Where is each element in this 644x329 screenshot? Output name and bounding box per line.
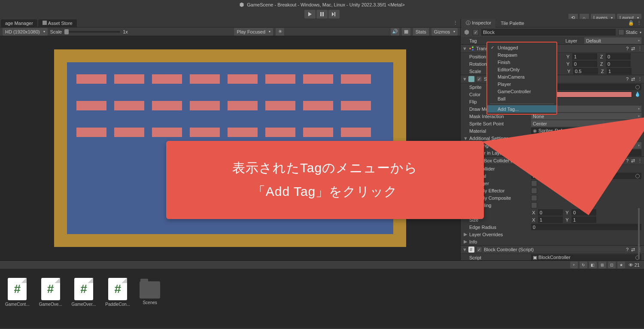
tag-option-maincamera[interactable]: MainCamera <box>487 73 556 80</box>
scale-slider[interactable] <box>64 31 120 33</box>
toolbar-icon[interactable]: ⊞ <box>598 262 606 268</box>
active-checkbox[interactable] <box>473 29 479 35</box>
edge-radius-field[interactable] <box>531 224 641 230</box>
used-by-effector-checkbox[interactable] <box>531 188 537 194</box>
eyedropper-icon[interactable]: 💧 <box>634 91 641 97</box>
size-y-field[interactable] <box>571 216 596 223</box>
gizmos-dropdown[interactable]: Gizmos <box>431 28 458 36</box>
size-x-field[interactable] <box>538 216 563 223</box>
used-by-composite-checkbox[interactable] <box>531 195 537 201</box>
tab-asset-store[interactable]: Asset Store <box>38 19 77 27</box>
transform-icon <box>468 46 474 52</box>
component-enable-checkbox[interactable] <box>476 76 482 82</box>
static-checkbox[interactable] <box>618 29 624 35</box>
scale-z-field[interactable] <box>607 68 632 74</box>
svg-point-1 <box>469 48 471 49</box>
play-button[interactable] <box>304 10 316 18</box>
asset-folder[interactable]: Scenes <box>140 278 160 305</box>
toolbar-icon[interactable]: + <box>570 262 578 268</box>
tag-option-player[interactable]: Player <box>487 80 556 88</box>
gameobject-icon[interactable] <box>463 29 470 36</box>
lock-icon[interactable]: 🔒 <box>628 20 634 26</box>
window-titlebar: GameScene - Breakout - Windows, Mac, Lin… <box>0 0 644 9</box>
offset-x-field[interactable] <box>538 209 563 216</box>
rot-y-field[interactable] <box>572 61 597 67</box>
tag-option-editoronly[interactable]: EditorOnly <box>487 66 556 73</box>
help-icon[interactable]: ? <box>626 46 629 52</box>
step-button[interactable] <box>328 10 340 18</box>
tag-dropdown-menu: Untagged Respawn Finish EditorOnly MainC… <box>486 42 557 115</box>
menu-icon[interactable]: ⋮ <box>638 46 642 52</box>
scale-y-field[interactable] <box>573 68 598 74</box>
tag-option-respawn[interactable]: Respawn <box>487 51 556 58</box>
component-enable-checkbox[interactable] <box>476 247 482 253</box>
asset-script[interactable]: #PaddleCon... <box>105 278 130 307</box>
panel-menu-icon[interactable]: ⋮ <box>450 20 460 26</box>
toolbar-icon[interactable]: ↻ <box>580 262 587 268</box>
toolbar-icon[interactable]: ◧ <box>589 262 597 268</box>
mute-audio-icon[interactable]: ✳ <box>276 28 284 36</box>
annotation-callout: 表示されたTagのメニューから 「Add Tag」をクリック <box>166 141 488 231</box>
tag-option-add-tag[interactable]: Add Tag... <box>487 105 556 113</box>
asset-script[interactable]: #GameOver... <box>72 278 96 307</box>
layer-dropdown[interactable]: Default <box>584 37 641 44</box>
gizmo-display-icon[interactable]: ▦ <box>402 28 410 36</box>
pos-y-field[interactable] <box>572 53 597 60</box>
play-focused-dropdown[interactable]: Play Focused <box>234 28 273 36</box>
svg-text:#: # <box>470 247 473 252</box>
pause-button[interactable] <box>316 10 328 18</box>
svg-point-3 <box>472 49 474 51</box>
tab-tile-palette[interactable]: Tile Palette <box>496 19 529 27</box>
script-field[interactable]: ▣ BlockController <box>531 254 641 260</box>
scale-label: Scale <box>50 29 62 34</box>
preset-icon[interactable]: ⇄ <box>631 46 635 52</box>
asset-script[interactable]: #GameCont... <box>5 278 30 307</box>
asset-script[interactable]: #GameOve... <box>39 278 62 307</box>
unity-icon <box>239 2 244 7</box>
left-panel-tabs: age Manager Asset Store ⋮ <box>0 19 460 27</box>
scrollbar[interactable] <box>638 208 640 259</box>
scale-value: 1x <box>123 29 128 34</box>
tab-inspector[interactable]: ⓘInspector <box>462 19 495 27</box>
svg-rect-4 <box>468 76 474 82</box>
svg-point-2 <box>472 46 474 48</box>
audio-icon[interactable]: 🔊 <box>391 28 399 36</box>
sprite-renderer-icon <box>468 76 474 82</box>
pos-z-field[interactable] <box>606 53 631 60</box>
hidden-items[interactable]: 👁21 <box>627 262 641 268</box>
toolbar-icon[interactable]: ⊡ <box>608 262 616 268</box>
stats-button[interactable]: Stats <box>413 28 429 36</box>
panel-menu-icon[interactable]: ⋮ <box>637 20 641 26</box>
auto-tiling-checkbox[interactable] <box>531 202 537 208</box>
project-panel: + ↻ ◧ ⊞ ⊡ ★ 👁21 #GameCont... #GameOve...… <box>0 260 644 328</box>
toolbar-icon[interactable]: ★ <box>617 262 625 268</box>
game-view-toolbar: HD (1920x1080) Scale 1x Play Focused ✳ 🔊… <box>0 27 460 36</box>
tag-option-gamecontroller[interactable]: GameController <box>487 88 556 95</box>
layer-label: Layer <box>565 38 583 43</box>
script-icon: # <box>468 247 474 253</box>
block-controller-header[interactable]: ▼ # Block Controller (Script) ?⇄⋮ <box>461 245 644 254</box>
resolution-dropdown[interactable]: HD (1920x1080) <box>3 28 48 36</box>
tag-option-ball[interactable]: Ball <box>487 95 556 102</box>
svg-rect-0 <box>43 21 47 25</box>
tag-option-finish[interactable]: Finish <box>487 58 556 66</box>
is-trigger-checkbox[interactable] <box>531 180 537 186</box>
rot-z-field[interactable] <box>606 61 631 67</box>
tag-option-untagged[interactable]: Untagged <box>487 44 556 51</box>
play-controls <box>0 9 644 19</box>
tab-package-manager[interactable]: age Manager <box>1 19 37 27</box>
object-name-field[interactable] <box>481 29 616 36</box>
